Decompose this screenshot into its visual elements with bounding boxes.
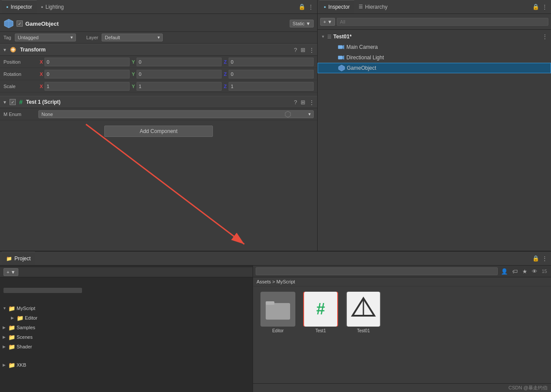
asset-star-icon[interactable]: ★ [521,268,529,275]
rotation-y-input[interactable] [137,70,222,78]
add-component-area: Add Component [0,120,317,142]
script-actions: ? ⊞ ⋮ [294,99,315,106]
asset-editor[interactable]: Editor [258,292,298,333]
gameobject-active-checkbox[interactable] [17,20,23,27]
svg-marker-9 [342,45,344,49]
asset-test1[interactable]: # Test1 [301,292,340,333]
inspector-dot-icon: ● [6,5,8,9]
editor-folder-svg [266,299,290,320]
asset-test01[interactable]: Test01 [344,292,383,333]
asset-count-label: 15 [541,269,548,274]
hierarchy-scene-item[interactable]: ▼ ☰ Test01* ⋮ [318,31,551,42]
m-enum-dropdown[interactable]: None ⬡ ▼ [38,110,314,118]
script-settings-btn[interactable]: ⊞ [301,99,305,106]
tag-dropdown[interactable]: Untagged ▼ [15,34,76,41]
tag-arrow-icon: ▼ [70,35,74,40]
right-tab-bar: ● Inspector ☰ Hierarchy 🔒 ⋮ [318,0,551,14]
tree-shader[interactable]: ▶ 📁 Shader [0,342,253,351]
right-tab-icons: 🔒 ⋮ [532,3,549,10]
right-inspector-dot: ● [324,5,326,9]
scene-more-btn[interactable]: ⋮ [542,34,548,40]
camera-icon [338,44,345,51]
scale-x-input[interactable] [44,82,130,91]
position-row: Position X Y Z [0,56,317,68]
project-lock-icon[interactable]: 🔒 [532,255,539,262]
static-button[interactable]: Static ▼ [290,20,314,27]
rotation-label: Rotation [3,72,38,77]
transform-more-btn[interactable]: ⋮ [309,47,315,53]
scale-label: Scale [3,84,38,89]
hierarchy-gameobject[interactable]: GameObject [318,63,551,73]
gameobject-hier-icon [338,65,345,72]
script-collapse-arrow[interactable]: ▼ [3,100,7,105]
asset-search-input[interactable] [256,267,498,275]
script-help-btn[interactable]: ? [294,99,297,106]
bottom-area: 📁 Project 🔒 ⋮ + ▼ ▼ 📁 [0,251,551,392]
editor-thumb [260,292,295,327]
tree-xkb[interactable]: ▶ 📁 XKB [0,360,253,370]
scale-z-input[interactable] [229,82,314,91]
layer-label: Layer [86,35,99,40]
position-x-input[interactable] [44,58,130,66]
layer-value: Default [105,35,120,40]
hierarchy-label: Hierarchy [365,4,387,10]
tree-myscript[interactable]: ▼ 📁 MyScript [0,303,253,313]
svg-rect-13 [266,303,290,320]
scale-x-group: X [38,82,130,91]
hierarchy-directional-light[interactable]: Directional Light [318,52,551,63]
enum-hex-icon: ⬡ [284,109,291,119]
tab-project[interactable]: 📁 Project [2,252,35,265]
hier-plus-label: + [323,19,326,24]
tab-hierarchy[interactable]: ☰ Hierarchy [354,0,392,14]
scale-z-label: Z [222,84,229,89]
tree-scenes[interactable]: ▶ 📁 Scenes [0,332,253,342]
right-lock-icon[interactable]: 🔒 [532,3,539,10]
rotation-fields: X Y Z [38,70,314,78]
samples-expand: ▶ [3,325,7,330]
position-z-input[interactable] [229,58,314,66]
tab-inspector-right[interactable]: ● Inspector [319,0,354,14]
myscript-expand: ▼ [3,306,7,310]
tag-label: Tag [3,35,11,40]
scale-y-input[interactable] [137,82,222,91]
tab-lighting[interactable]: ● Lighting [37,0,68,14]
right-more-icon[interactable]: ⋮ [542,3,548,10]
light-icon [338,54,345,61]
more-icon[interactable]: ⋮ [308,3,314,10]
asset-tag-icon[interactable]: 🏷 [511,268,519,275]
editor-folder-icon: 📁 [17,315,24,321]
hierarchy-add-button[interactable]: + ▼ [320,18,335,26]
layer-dropdown[interactable]: Default ▼ [102,34,163,41]
hierarchy-search-input[interactable] [337,18,548,26]
scale-y-label: Y [130,84,137,89]
project-more-icon[interactable]: ⋮ [542,255,548,262]
svg-rect-14 [266,301,274,305]
transform-collapse-arrow[interactable]: ▼ [3,48,7,52]
asset-eye-icon[interactable]: 👁 [530,268,539,275]
tree-samples[interactable]: ▶ 📁 Samples [0,323,253,332]
rotation-z-input[interactable] [229,70,314,78]
script-more-btn[interactable]: ⋮ [309,99,315,106]
svg-line-18 [353,298,363,316]
transform-settings-btn[interactable]: ⊞ [301,47,305,53]
tree-editor[interactable]: ▶ 📁 Editor [0,313,253,323]
lock-icon[interactable]: 🔒 [298,3,305,10]
tab-inspector-left[interactable]: ● Inspector [2,0,37,14]
position-fields: X Y Z [38,58,314,66]
script-active-checkbox[interactable] [10,99,16,105]
hierarchy-main-camera[interactable]: Main Camera [318,42,551,52]
transform-help-btn[interactable]: ? [294,47,297,53]
position-y-input[interactable] [137,58,222,66]
scale-row: Scale X Y Z [0,80,317,92]
scenes-expand: ▶ [3,335,7,339]
project-add-button[interactable]: + ▼ [3,268,18,276]
rotation-x-input[interactable] [44,70,130,78]
add-component-button[interactable]: Add Component [104,126,213,137]
transform-actions: ? ⊞ ⋮ [294,47,315,53]
asset-toolbar-right: 👤 🏷 ★ 👁 15 [500,268,548,275]
asset-toolbar: 👤 🏷 ★ 👁 15 [253,266,551,277]
asset-person-icon[interactable]: 👤 [500,268,509,275]
hierarchy-toolbar: + ▼ [318,14,551,30]
position-x-group: X [38,58,130,66]
test01-unity-thumb [347,292,380,327]
